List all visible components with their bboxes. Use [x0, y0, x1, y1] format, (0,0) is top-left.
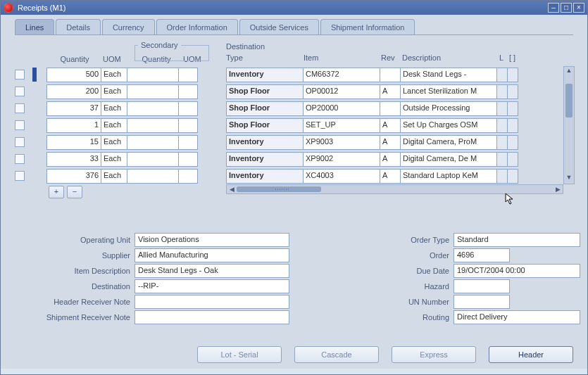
item-cell[interactable]: SET_UP [303, 118, 380, 133]
description-cell[interactable]: Set Up Charges OSM [400, 118, 497, 133]
secondary-uom-cell[interactable] [178, 84, 198, 99]
l-indicator-cell[interactable] [496, 68, 508, 82]
row-checkbox[interactable] [15, 120, 25, 130]
uom-cell[interactable]: Each [101, 68, 127, 82]
destination-field[interactable]: --RIP- [135, 279, 289, 293]
quantity-cell[interactable]: 33 [46, 152, 101, 167]
quantity-cell[interactable]: 500 [46, 68, 101, 82]
table-row[interactable]: InventoryXP9002ADigital Camera, De M [226, 151, 573, 167]
secondary-quantity-cell[interactable] [127, 68, 179, 82]
rev-cell[interactable]: A [380, 118, 401, 133]
l-indicator-cell[interactable] [496, 84, 508, 99]
horizontal-scroll-thumb[interactable] [237, 186, 321, 192]
flex-cell[interactable] [507, 135, 518, 150]
table-row[interactable]: InventoryXC4003AStandard Laptop KeM [226, 167, 573, 184]
quantity-cell[interactable]: 15 [46, 135, 101, 150]
secondary-quantity-cell[interactable] [127, 169, 179, 184]
cascade-button[interactable]: Cascade [294, 346, 379, 363]
table-row[interactable]: InventoryCM66372Desk Stand Legs - [226, 66, 573, 83]
secondary-uom-cell[interactable] [178, 118, 198, 133]
tab-details[interactable]: Details [56, 19, 101, 34]
tab-lines[interactable]: Lines [15, 19, 54, 34]
row-checkbox[interactable] [15, 87, 25, 96]
table-row[interactable]: 500Each [15, 66, 211, 83]
rev-cell[interactable] [380, 101, 401, 116]
uom-cell[interactable]: Each [101, 84, 127, 99]
due-date-field[interactable]: 19/OCT/2004 00:00 [453, 264, 580, 278]
lot-serial-button[interactable]: Lot - Serial [197, 346, 282, 363]
table-row[interactable]: Shop FloorOP20000Outside Processing [226, 100, 573, 117]
l-indicator-cell[interactable] [496, 118, 508, 133]
quantity-cell[interactable]: 1 [46, 118, 101, 133]
description-cell[interactable]: Digital Camera, De M [400, 152, 497, 167]
row-checkbox[interactable] [15, 70, 25, 80]
shipment-receiver-note-field[interactable] [135, 310, 289, 324]
table-row[interactable]: 200Each [15, 83, 211, 100]
table-row[interactable]: 376Each [15, 167, 211, 184]
secondary-quantity-cell[interactable] [127, 84, 179, 99]
type-cell[interactable]: Inventory [226, 152, 304, 167]
flex-cell[interactable] [507, 169, 518, 184]
header-receiver-note-field[interactable] [135, 295, 289, 309]
scroll-down-icon[interactable]: ▼ [564, 174, 574, 184]
scroll-up-icon[interactable]: ▲ [564, 67, 574, 77]
type-cell[interactable]: Shop Floor [226, 84, 304, 99]
uom-cell[interactable]: Each [101, 152, 127, 167]
type-cell[interactable]: Shop Floor [226, 118, 304, 133]
tab-shipment-information[interactable]: Shipment Information [320, 19, 415, 34]
supplier-field[interactable]: Allied Manufacturing [135, 248, 289, 262]
item-cell[interactable]: XC4003 [303, 169, 380, 184]
description-cell[interactable]: Desk Stand Legs - [400, 68, 497, 82]
table-row[interactable]: 1Each [15, 117, 211, 134]
item-cell[interactable]: OP00012 [303, 84, 380, 99]
scroll-right-icon[interactable]: ▶ [553, 186, 563, 193]
tab-order-information[interactable]: Order Information [156, 19, 238, 34]
close-icon[interactable]: × [573, 3, 584, 13]
item-description-field[interactable]: Desk Stand Legs - Oak [135, 264, 289, 278]
type-cell[interactable]: Inventory [226, 135, 304, 150]
type-cell[interactable]: Inventory [226, 68, 304, 82]
type-cell[interactable]: Shop Floor [226, 101, 304, 116]
flex-cell[interactable] [507, 101, 518, 116]
row-checkbox[interactable] [15, 137, 25, 147]
secondary-quantity-cell[interactable] [127, 101, 179, 116]
tab-currency[interactable]: Currency [102, 19, 155, 34]
scroll-left-icon[interactable]: ◀ [227, 186, 237, 193]
rev-cell[interactable]: A [380, 169, 401, 184]
description-cell[interactable]: Lancet Sterilization M [400, 84, 497, 99]
l-indicator-cell[interactable] [496, 135, 508, 150]
add-row-button[interactable]: + [49, 186, 64, 198]
secondary-quantity-cell[interactable] [127, 118, 179, 133]
table-row[interactable]: 33Each [15, 151, 211, 167]
uom-cell[interactable]: Each [101, 135, 127, 150]
secondary-quantity-cell[interactable] [127, 152, 179, 167]
flex-cell[interactable] [507, 84, 518, 99]
order-field[interactable]: 4696 [453, 248, 510, 262]
uom-cell[interactable]: Each [101, 101, 127, 116]
remove-row-button[interactable]: − [67, 186, 82, 198]
item-cell[interactable]: OP20000 [303, 101, 380, 116]
secondary-uom-cell[interactable] [178, 152, 198, 167]
header-button[interactable]: Header [489, 346, 573, 363]
description-cell[interactable]: Standard Laptop KeM [400, 169, 497, 184]
secondary-uom-cell[interactable] [178, 169, 198, 184]
secondary-quantity-cell[interactable] [127, 135, 179, 150]
item-cell[interactable]: CM66372 [303, 68, 380, 82]
hazard-field[interactable] [453, 279, 510, 293]
quantity-cell[interactable]: 37 [46, 101, 101, 116]
un-number-field[interactable] [453, 295, 510, 309]
uom-cell[interactable]: Each [101, 169, 127, 184]
vertical-scroll-thumb[interactable] [565, 84, 573, 117]
secondary-uom-cell[interactable] [178, 68, 198, 82]
vertical-scrollbar[interactable]: ▲ ▼ [563, 66, 575, 184]
description-cell[interactable]: Digital Camera, ProM [400, 135, 497, 150]
flex-cell[interactable] [507, 152, 518, 167]
item-cell[interactable]: XP9002 [303, 152, 380, 167]
rev-cell[interactable] [380, 68, 401, 82]
l-indicator-cell[interactable] [496, 152, 508, 167]
table-row[interactable]: 37Each [15, 100, 211, 117]
rev-cell[interactable]: A [380, 135, 401, 150]
secondary-uom-cell[interactable] [178, 101, 198, 116]
minimize-icon[interactable]: – [548, 3, 559, 13]
type-cell[interactable]: Inventory [226, 169, 304, 184]
